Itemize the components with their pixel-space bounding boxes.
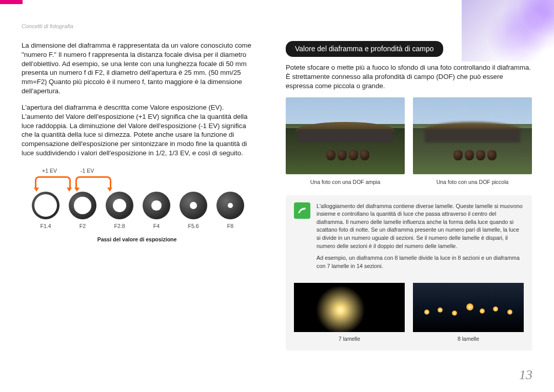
- section-heading: Valore del diaframma e profondità di cam…: [286, 41, 443, 57]
- aperture-step: F5.6: [180, 192, 207, 230]
- note-box: L'alloggiamento del diaframma contiene d…: [286, 195, 532, 350]
- note-paragraph-1: L'alloggiamento del diaframma contiene d…: [316, 202, 524, 251]
- aperture-label: F2.8: [106, 222, 133, 230]
- caption-dof-narrow: Una foto con una DOF piccola: [413, 178, 532, 185]
- photo-7-blades: [294, 283, 405, 332]
- ev-arrow-minus: [75, 176, 111, 188]
- note-text: L'alloggiamento del diaframma contiene d…: [316, 202, 524, 275]
- dof-photo-row: Una foto con una DOF ampia Una foto con …: [286, 97, 532, 185]
- photo-dof-narrow: [413, 97, 532, 174]
- photo-dof-wide: [286, 97, 405, 174]
- aperture-step: F2.8: [106, 192, 133, 230]
- ev-arrow-plus: [35, 176, 71, 188]
- aperture-label: F8: [216, 222, 244, 230]
- breadcrumb: Concetti di fotografia: [22, 23, 73, 29]
- paragraph-aperture-fnumber: La dimensione del diaframma è rappresent…: [22, 41, 252, 96]
- caption-7-blades: 7 lamelle: [294, 335, 405, 342]
- note-paragraph-2: Ad esempio, un diaframma con 8 lamelle d…: [316, 254, 524, 270]
- aperture-step: F4: [143, 192, 170, 230]
- photo-8-blades: [413, 283, 524, 332]
- photo-card-dof-narrow: Una foto con una DOF piccola: [413, 97, 532, 185]
- caption-8-blades: 8 lamelle: [413, 335, 524, 342]
- aperture-label: F5.6: [180, 222, 207, 230]
- ev-plus-label: +1 EV: [42, 167, 57, 174]
- ev-minus-label: -1 EV: [81, 167, 94, 174]
- caption-dof-wide: Una foto con una DOF ampia: [286, 178, 405, 185]
- accent-bar: [0, 0, 23, 4]
- aperture-step: F8: [216, 192, 244, 230]
- left-column: La dimensione del diaframma è rappresent…: [22, 41, 252, 243]
- note-icon: [294, 202, 310, 219]
- aperture-step: F1.4: [32, 192, 60, 230]
- aperture-label: F2: [69, 222, 96, 230]
- aperture-label: F1.4: [32, 222, 60, 230]
- ev-steps-diagram: +1 EV -1 EV F1.4 F2 F2.8 F4: [22, 167, 252, 243]
- aperture-step: F2: [69, 192, 96, 230]
- page-number: 13: [519, 367, 532, 383]
- paragraph-ev: L'apertura del diaframma è descritta com…: [22, 103, 252, 158]
- photo-card-8-blades: 8 lamelle: [413, 283, 524, 342]
- paragraph-dof: Potete sfocare o mette più a fuoco lo sf…: [286, 63, 532, 90]
- photo-card-dof-wide: Una foto con una DOF ampia: [286, 97, 405, 185]
- right-column: Valore del diaframma e profondità di cam…: [286, 41, 532, 350]
- aperture-label: F4: [143, 222, 170, 230]
- ev-diagram-caption: Passi del valore di esposizione: [22, 236, 252, 243]
- photo-card-7-blades: 7 lamelle: [294, 283, 405, 342]
